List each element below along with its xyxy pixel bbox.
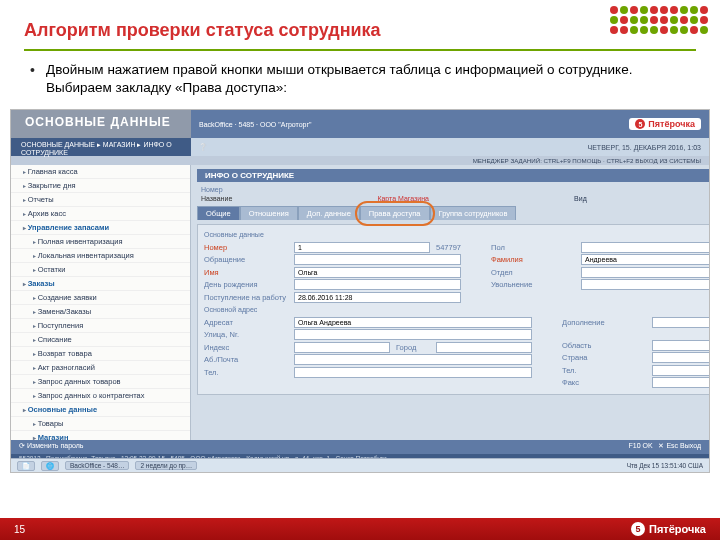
slide-bullet: Двойным нажатием правой кнопки мыши откр…	[0, 61, 720, 105]
tab-4[interactable]: Группа сотрудников	[430, 206, 517, 220]
bottom-bar: ⟳ Изменить пароль F10 OK ✕ Esc Выход	[11, 440, 709, 454]
tab-0[interactable]: Общие	[197, 206, 240, 220]
post-input[interactable]	[294, 292, 461, 303]
sidebar-item[interactable]: Возврат товара	[11, 347, 190, 361]
embedded-screenshot: ОСНОВНЫЕ ДАННЫЕ BackOffice · 5485 · ООО …	[10, 109, 710, 473]
header-right: BackOffice · 5485 · ООО "Агроторг" 5Пятё…	[191, 110, 709, 138]
brand-5-icon: 5	[635, 119, 645, 129]
sidebar-item[interactable]: Остатки	[11, 263, 190, 277]
footer-logo: 5Пятёрочка	[631, 522, 706, 536]
sidebar-item[interactable]: Поступления	[11, 319, 190, 333]
crumb-row: ОСНОВНЫЕ ДАННЫЕ ▸ МАГАЗИН ▸ ИНФО О СОТРУ…	[11, 138, 709, 156]
app-header: ОСНОВНЫЕ ДАННЫЕ BackOffice · 5485 · ООО …	[11, 110, 709, 138]
sidebar-item[interactable]: Управление запасами	[11, 221, 190, 235]
tel2-input[interactable]	[652, 365, 710, 376]
sidebar-item[interactable]: Замена/Заказы	[11, 305, 190, 319]
uvol-input[interactable]	[581, 279, 710, 290]
brand-logo: 5Пятёрочка	[629, 118, 701, 130]
sidebar-item[interactable]: Создание заявки	[11, 291, 190, 305]
crumb-right: ❔ ЧЕТВЕРГ, 15. ДЕКАБРЯ 2016, 1:03	[191, 138, 709, 156]
brand-dots	[610, 6, 708, 34]
ok-button[interactable]: F10 OK	[629, 442, 653, 449]
sidebar-item[interactable]: Запрос данных о контрагентах	[11, 389, 190, 403]
tab-highlight-circle	[355, 201, 435, 226]
oblast-input[interactable]	[652, 340, 710, 351]
imya-input[interactable]	[294, 267, 461, 278]
sidebar-item[interactable]: Запрос данных товаров	[11, 375, 190, 389]
tabs: ОбщиеОтношенияДоп. данныеПрава доступаГр…	[197, 206, 710, 220]
breadcrumb: ОСНОВНЫЕ ДАННЫЕ ▸ МАГАЗИН ▸ ИНФО О СОТРУ…	[11, 138, 191, 156]
taskbar-item[interactable]: 🌐	[41, 461, 59, 471]
indeks-input[interactable]	[294, 342, 390, 353]
section-main-data: Основные данные	[204, 231, 710, 238]
taskbar-item[interactable]: 📄	[17, 461, 35, 471]
sidebar-item[interactable]: Товары	[11, 417, 190, 431]
sidebar: Главная кассаЗакрытие дняОтчетыАрхив кас…	[11, 165, 191, 459]
gorod-input[interactable]	[436, 342, 532, 353]
sidebar-item[interactable]: Отчеты	[11, 193, 190, 207]
tab-1[interactable]: Отношения	[240, 206, 298, 220]
change-password-button[interactable]: ⟳ Изменить пароль	[19, 442, 84, 452]
row2-left: Название	[201, 195, 232, 202]
dop-input[interactable]	[652, 317, 710, 328]
header-date: ЧЕТВЕРГ, 15. ДЕКАБРЯ 2016, 1:03	[588, 144, 701, 151]
main-panel: ИНФО О СОТРУДНИКЕ Номер 547797 Название …	[191, 165, 710, 459]
nomer-input[interactable]	[294, 242, 430, 253]
pol-input[interactable]	[581, 242, 710, 253]
help-icon[interactable]: ❔	[199, 143, 207, 151]
title-underline	[24, 49, 696, 51]
tab-3[interactable]: Права доступа	[360, 206, 430, 220]
hotkey-hint: МЕНЕДЖЕР ЗАДАНИЙ: CTRL+F9 ПОМОЩЬ · CTRL+…	[11, 156, 709, 165]
ab-input[interactable]	[294, 354, 532, 365]
sidebar-item[interactable]: Полная инвентаризация	[11, 235, 190, 249]
footer-5-icon: 5	[631, 522, 645, 536]
form-area: Основные данные Номер547797 Обращение Им…	[197, 224, 710, 395]
sidebar-item[interactable]: Закрытие дня	[11, 179, 190, 193]
slide-footer: 15 5Пятёрочка	[0, 518, 720, 540]
panel-title: ИНФО О СОТРУДНИКЕ	[197, 169, 710, 182]
sidebar-item[interactable]: Заказы	[11, 277, 190, 291]
page-number: 15	[14, 524, 25, 535]
section-address: Основной адрес	[204, 306, 710, 313]
sidebar-item[interactable]: Списание	[11, 333, 190, 347]
dr-input[interactable]	[294, 279, 461, 290]
fam-input[interactable]	[581, 254, 710, 265]
adresat-input[interactable]	[294, 317, 532, 328]
sidebar-item[interactable]: Основные данные	[11, 403, 190, 417]
taskbar-item[interactable]: BackOffice - 548…	[65, 461, 129, 470]
link-map[interactable]: Карта Магазина	[377, 195, 429, 202]
sidebar-item[interactable]: Локальная инвентаризация	[11, 249, 190, 263]
tel1-input[interactable]	[294, 367, 532, 378]
header-left-title: ОСНОВНЫЕ ДАННЫЕ	[11, 110, 191, 138]
sidebar-item[interactable]: Главная касса	[11, 165, 190, 179]
tab-2[interactable]: Доп. данные	[298, 206, 360, 220]
otdel-input[interactable]	[581, 267, 710, 278]
strana-input[interactable]	[652, 352, 710, 363]
exit-button[interactable]: ✕ Esc Выход	[658, 442, 701, 449]
taskbar: 📄🌐BackOffice - 548…2 недели до пр…Чтв Де…	[11, 458, 709, 472]
taskbar-item[interactable]: 2 недели до пр…	[135, 461, 197, 470]
taskbar-clock: Чтв Дек 15 13:51:40 США	[627, 462, 703, 469]
obr-input[interactable]	[294, 254, 461, 265]
ulitsa-input[interactable]	[294, 329, 532, 340]
top-label: Номер	[201, 186, 223, 193]
fax-input[interactable]	[652, 377, 710, 388]
sidebar-item[interactable]: Акт разногласий	[11, 361, 190, 375]
sidebar-item[interactable]: Архив касс	[11, 207, 190, 221]
header-right-text: BackOffice · 5485 · ООО "Агроторг"	[199, 121, 312, 128]
link-view[interactable]: Вид	[574, 195, 587, 202]
